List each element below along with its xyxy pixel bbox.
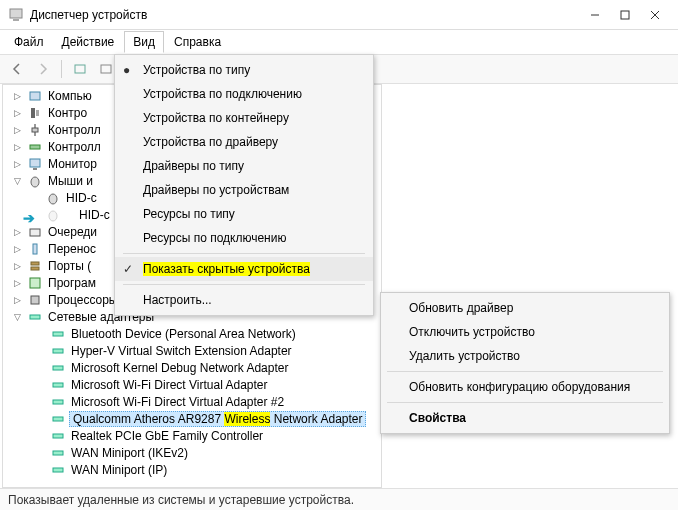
app-icon bbox=[8, 7, 24, 23]
titlebar: Диспетчер устройств bbox=[0, 0, 678, 30]
tree-node[interactable]: Microsoft Kernel Debug Network Adapter bbox=[3, 359, 381, 376]
device-context-menu: Обновить драйвер Отключить устройство Уд… bbox=[380, 292, 670, 434]
svg-rect-19 bbox=[32, 128, 38, 132]
svg-rect-30 bbox=[30, 278, 40, 288]
svg-rect-6 bbox=[75, 65, 85, 73]
svg-rect-37 bbox=[53, 400, 63, 404]
tree-node[interactable]: Bluetooth Device (Personal Area Network) bbox=[3, 325, 381, 342]
svg-rect-28 bbox=[31, 262, 39, 265]
svg-rect-27 bbox=[33, 244, 37, 254]
maximize-button[interactable] bbox=[610, 3, 640, 27]
tree-node-selected[interactable]: Qualcomm Atheros AR9287 Wireless Network… bbox=[3, 410, 381, 427]
menu-devices-by-type[interactable]: ●Устройства по типу bbox=[115, 58, 373, 82]
menu-separator bbox=[387, 371, 663, 372]
menu-resources-by-type[interactable]: Ресурсы по типу bbox=[115, 202, 373, 226]
svg-rect-22 bbox=[33, 168, 37, 170]
svg-rect-16 bbox=[31, 108, 35, 118]
view-dropdown-menu: ●Устройства по типу Устройства по подклю… bbox=[114, 54, 374, 316]
svg-rect-32 bbox=[30, 315, 40, 319]
svg-rect-39 bbox=[53, 434, 63, 438]
menubar: Файл Действие Вид Справка bbox=[0, 30, 678, 54]
svg-rect-7 bbox=[101, 65, 111, 73]
svg-rect-34 bbox=[53, 349, 63, 353]
menu-view[interactable]: Вид bbox=[124, 31, 164, 53]
statusbar: Показывает удаленные из системы и устаре… bbox=[0, 488, 678, 510]
svg-point-25 bbox=[49, 211, 57, 221]
menu-devices-by-connection[interactable]: Устройства по подключению bbox=[115, 82, 373, 106]
tree-node[interactable]: Hyper-V Virtual Switch Extension Adapter bbox=[3, 342, 381, 359]
ctx-update-driver[interactable]: Обновить драйвер bbox=[381, 296, 669, 320]
ctx-uninstall-device[interactable]: Удалить устройство bbox=[381, 344, 669, 368]
minimize-button[interactable] bbox=[580, 3, 610, 27]
menu-drivers-by-type[interactable]: Драйверы по типу bbox=[115, 154, 373, 178]
svg-point-23 bbox=[31, 177, 39, 187]
tree-node[interactable]: Microsoft Wi-Fi Direct Virtual Adapter #… bbox=[3, 393, 381, 410]
svg-point-24 bbox=[49, 194, 57, 204]
forward-button[interactable] bbox=[32, 58, 54, 80]
svg-rect-35 bbox=[53, 366, 63, 370]
menu-devices-by-container[interactable]: Устройства по контейнеру bbox=[115, 106, 373, 130]
svg-rect-26 bbox=[30, 229, 40, 236]
menu-separator bbox=[387, 402, 663, 403]
svg-rect-41 bbox=[53, 468, 63, 472]
svg-rect-1 bbox=[13, 19, 19, 21]
tree-node[interactable]: Realtek PCIe GbE Family Controller bbox=[3, 427, 381, 444]
tree-node[interactable]: WAN Miniport (IKEv2) bbox=[3, 444, 381, 461]
svg-rect-20 bbox=[30, 145, 40, 149]
svg-rect-0 bbox=[10, 9, 22, 18]
tree-node[interactable]: Microsoft Wi-Fi Direct Virtual Adapter bbox=[3, 376, 381, 393]
status-text: Показывает удаленные из системы и устаре… bbox=[8, 493, 354, 507]
menu-resources-by-connection[interactable]: Ресурсы по подключению bbox=[115, 226, 373, 250]
back-button[interactable] bbox=[6, 58, 28, 80]
close-button[interactable] bbox=[640, 3, 670, 27]
menu-drivers-by-device[interactable]: Драйверы по устройствам bbox=[115, 178, 373, 202]
svg-rect-31 bbox=[31, 296, 39, 304]
ctx-scan-hardware[interactable]: Обновить конфигурацию оборудования bbox=[381, 375, 669, 399]
ctx-properties[interactable]: Свойства bbox=[381, 406, 669, 430]
svg-rect-21 bbox=[30, 159, 40, 167]
svg-rect-15 bbox=[30, 92, 40, 100]
svg-rect-40 bbox=[53, 451, 63, 455]
menu-file[interactable]: Файл bbox=[6, 32, 52, 52]
tree-node[interactable]: WAN Miniport (IP) bbox=[3, 461, 381, 478]
svg-rect-17 bbox=[36, 110, 39, 116]
ctx-disable-device[interactable]: Отключить устройство bbox=[381, 320, 669, 344]
window-title: Диспетчер устройств bbox=[30, 8, 580, 22]
svg-rect-33 bbox=[53, 332, 63, 336]
menu-customize[interactable]: Настроить... bbox=[115, 288, 373, 312]
svg-rect-36 bbox=[53, 383, 63, 387]
toolbar-icon[interactable] bbox=[69, 58, 91, 80]
selected-adapter-label: Qualcomm Atheros AR9287 Wireless Network… bbox=[69, 411, 366, 427]
svg-rect-3 bbox=[621, 11, 629, 19]
menu-action[interactable]: Действие bbox=[54, 32, 123, 52]
menu-devices-by-driver[interactable]: Устройства по драйверу bbox=[115, 130, 373, 154]
menu-help[interactable]: Справка bbox=[166, 32, 229, 52]
svg-rect-29 bbox=[31, 267, 39, 270]
menu-show-hidden-devices[interactable]: ✓Показать скрытые устройства bbox=[115, 257, 373, 281]
menu-separator bbox=[123, 253, 365, 254]
pointer-arrow-icon: ➔ bbox=[23, 210, 35, 226]
menu-separator bbox=[123, 284, 365, 285]
svg-rect-38 bbox=[53, 417, 63, 421]
